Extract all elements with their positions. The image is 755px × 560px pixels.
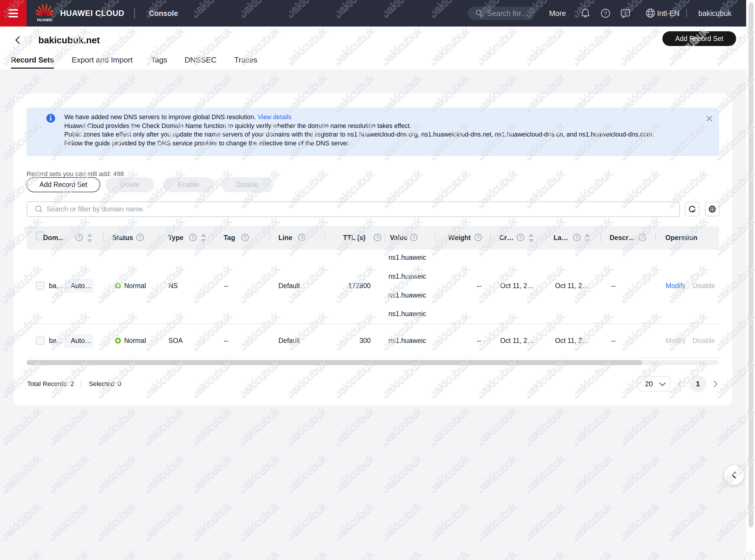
svg-text:?: ? [604,10,607,17]
